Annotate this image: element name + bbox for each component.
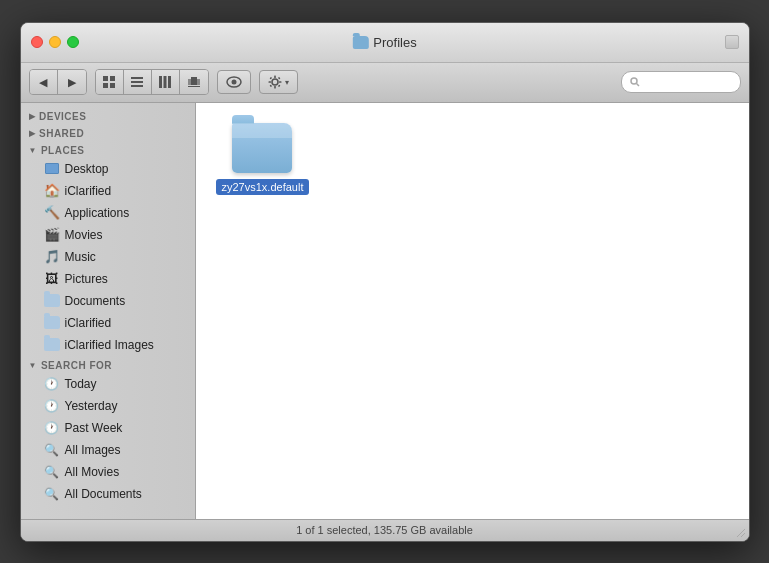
back-button[interactable]: ◀	[30, 70, 58, 94]
svg-rect-19	[268, 81, 271, 83]
sidebar: ▶ DEVICES ▶ SHARED ▼ PLACES Desktop	[21, 103, 196, 519]
titlebar: Profiles	[21, 23, 749, 63]
all-movies-label: All Movies	[65, 465, 120, 479]
view-buttons	[95, 69, 209, 95]
svg-line-28	[741, 533, 745, 537]
iclarified-icon: 🏠	[44, 183, 60, 199]
sidebar-item-all-images[interactable]: 🔍 All Images	[24, 439, 192, 461]
action-button[interactable]: ▾	[259, 70, 298, 94]
svg-line-27	[737, 529, 745, 537]
sidebar-item-music[interactable]: 🎵 Music	[24, 246, 192, 268]
svg-rect-6	[131, 85, 143, 87]
coverflow-view-button[interactable]	[180, 70, 208, 94]
column-view-icon	[158, 75, 172, 89]
eye-icon	[226, 76, 242, 88]
svg-rect-23	[269, 85, 272, 88]
svg-rect-24	[277, 85, 280, 88]
devices-label: DEVICES	[39, 111, 86, 122]
list-view-icon	[130, 75, 144, 89]
pictures-label: Pictures	[65, 272, 108, 286]
svg-rect-18	[274, 86, 276, 89]
svg-rect-7	[159, 76, 162, 88]
documents-icon	[44, 293, 60, 309]
iclarified-label: iClarified	[65, 184, 112, 198]
sidebar-item-applications[interactable]: 🔨 Applications	[24, 202, 192, 224]
sidebar-item-past-week[interactable]: 🕐 Past Week	[24, 417, 192, 439]
content-area: ▶ DEVICES ▶ SHARED ▼ PLACES Desktop	[21, 103, 749, 519]
sidebar-section-places[interactable]: ▼ PLACES	[21, 141, 195, 158]
today-icon: 🕐	[44, 376, 60, 392]
eye-button[interactable]	[217, 70, 251, 94]
yesterday-label: Yesterday	[65, 399, 118, 413]
sidebar-section-shared[interactable]: ▶ SHARED	[21, 124, 195, 141]
search-for-collapse-icon: ▼	[29, 361, 37, 370]
all-images-icon: 🔍	[44, 442, 60, 458]
svg-rect-10	[191, 77, 197, 85]
file-item-folder[interactable]: zy27vs1x.default	[216, 123, 310, 195]
sidebar-item-iclarified[interactable]: 🏠 iClarified	[24, 180, 192, 202]
devices-collapse-icon: ▶	[29, 112, 36, 121]
sidebar-item-iclarified-images[interactable]: iClarified Images	[24, 334, 192, 356]
past-week-label: Past Week	[65, 421, 123, 435]
sidebar-item-iclarified2[interactable]: iClarified	[24, 312, 192, 334]
svg-rect-8	[164, 76, 167, 88]
iclarified-images-label: iClarified Images	[65, 338, 154, 352]
statusbar: 1 of 1 selected, 135.75 GB available	[21, 519, 749, 541]
today-label: Today	[65, 377, 97, 391]
applications-icon: 🔨	[44, 205, 60, 221]
sidebar-section-devices[interactable]: ▶ DEVICES	[21, 107, 195, 124]
yesterday-icon: 🕐	[44, 398, 60, 414]
forward-button[interactable]: ▶	[58, 70, 86, 94]
resize-button[interactable]	[725, 35, 739, 49]
sidebar-item-yesterday[interactable]: 🕐 Yesterday	[24, 395, 192, 417]
svg-rect-2	[103, 83, 108, 88]
sidebar-item-today[interactable]: 🕐 Today	[24, 373, 192, 395]
iclarified2-icon	[44, 315, 60, 331]
folder-icon-large	[232, 123, 292, 173]
svg-rect-11	[188, 79, 191, 85]
movies-label: Movies	[65, 228, 103, 242]
shared-label: SHARED	[39, 128, 84, 139]
sidebar-item-pictures[interactable]: 🖼 Pictures	[24, 268, 192, 290]
svg-rect-20	[279, 81, 282, 83]
icon-view-icon	[102, 75, 116, 89]
window-title-area: Profiles	[352, 35, 416, 50]
statusbar-text: 1 of 1 selected, 135.75 GB available	[296, 524, 473, 536]
sidebar-item-all-movies[interactable]: 🔍 All Movies	[24, 461, 192, 483]
maximize-button[interactable]	[67, 36, 79, 48]
sidebar-item-all-documents[interactable]: 🔍 All Documents	[24, 483, 192, 505]
iclarified-images-icon	[44, 337, 60, 353]
sidebar-item-documents[interactable]: Documents	[24, 290, 192, 312]
applications-label: Applications	[65, 206, 130, 220]
finder-window: Profiles ◀ ▶	[20, 22, 750, 542]
resize-grip[interactable]	[735, 527, 747, 539]
svg-point-15	[231, 80, 236, 85]
list-view-button[interactable]	[124, 70, 152, 94]
resize-grip-icon	[735, 527, 747, 539]
svg-rect-9	[168, 76, 171, 88]
sidebar-item-movies[interactable]: 🎬 Movies	[24, 224, 192, 246]
file-item-label: zy27vs1x.default	[216, 179, 310, 195]
close-button[interactable]	[31, 36, 43, 48]
iclarified2-label: iClarified	[65, 316, 112, 330]
sidebar-section-search-for[interactable]: ▼ SEARCH FOR	[21, 356, 195, 373]
column-view-button[interactable]	[152, 70, 180, 94]
svg-line-26	[636, 84, 639, 87]
all-documents-label: All Documents	[65, 487, 142, 501]
minimize-button[interactable]	[49, 36, 61, 48]
search-box[interactable]	[621, 71, 741, 93]
svg-rect-0	[103, 76, 108, 81]
action-dropdown-arrow: ▾	[285, 78, 289, 87]
sidebar-item-desktop[interactable]: Desktop	[24, 158, 192, 180]
icon-view-button[interactable]	[96, 70, 124, 94]
all-movies-icon: 🔍	[44, 464, 60, 480]
svg-rect-5	[131, 81, 143, 83]
svg-rect-22	[277, 77, 280, 80]
all-images-label: All Images	[65, 443, 121, 457]
music-label: Music	[65, 250, 96, 264]
past-week-icon: 🕐	[44, 420, 60, 436]
pictures-icon: 🖼	[44, 271, 60, 287]
music-icon: 🎵	[44, 249, 60, 265]
svg-point-25	[631, 78, 637, 84]
svg-rect-21	[269, 77, 272, 80]
